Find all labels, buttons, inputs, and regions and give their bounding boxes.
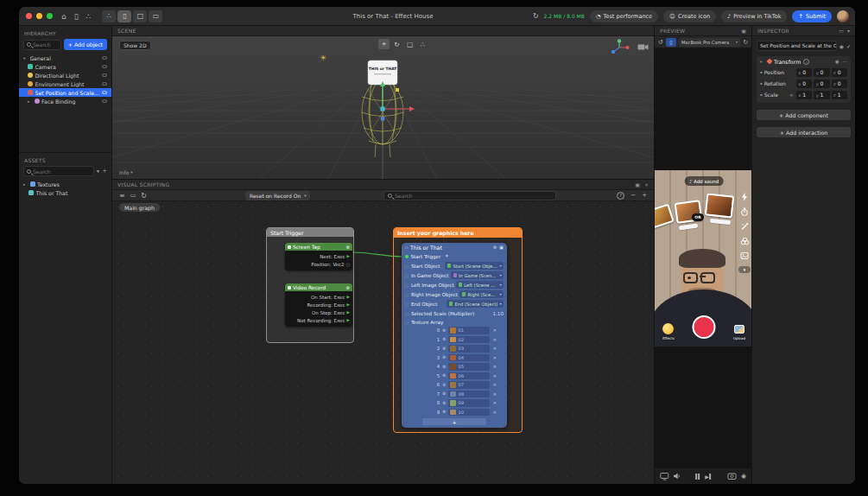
visibility-eye-icon[interactable] <box>102 82 107 86</box>
port-recording[interactable]: Recording: Exec ▶ <box>285 301 352 308</box>
visibility-eye-icon[interactable] <box>102 65 107 68</box>
zoom-window-button[interactable] <box>47 13 53 19</box>
hierarchy-item-set-position[interactable]: Set Position and Scale at the Obj... <box>19 88 111 97</box>
gear-icon[interactable]: ⚙ <box>442 347 446 351</box>
port-on-start[interactable]: On Start: Exec ▶ <box>285 293 352 301</box>
gear-icon[interactable]: ⚙ <box>442 383 446 387</box>
enabled-checkbox[interactable]: ✓ <box>846 43 851 49</box>
texture-array-item[interactable]: 5 ⚙ 06 × <box>402 372 507 381</box>
gear-icon[interactable]: ⚙ <box>442 373 446 378</box>
remove-texture-button[interactable]: × <box>492 364 497 369</box>
chevron-down-icon[interactable]: ▾ <box>760 60 764 64</box>
screen-mirror-icon[interactable] <box>660 472 669 480</box>
popout-icon[interactable]: ▣ <box>635 181 640 188</box>
collapse-icon[interactable]: ▾ <box>847 28 850 34</box>
dock-icon[interactable]: ▭ <box>839 28 844 34</box>
position-x-field[interactable]: x0 <box>796 68 812 77</box>
add-asset-button[interactable]: + <box>102 168 107 175</box>
port-position-vec2[interactable]: Position: Vec2 ○ <box>285 260 352 268</box>
visibility-toggle-icon[interactable]: ◉ <box>839 43 844 49</box>
texture-array-item[interactable]: 4 ⚙ 05 × <box>402 362 507 372</box>
texture-array-item[interactable]: 6 ⚙ 07 × <box>402 380 507 390</box>
gear-icon[interactable]: ⚙ <box>346 245 350 250</box>
close-window-button[interactable] <box>26 13 32 19</box>
layout-resize-button[interactable]: □ <box>133 10 147 22</box>
object-name-field[interactable]: Set Position and Scale at the Objects L.… <box>757 41 837 51</box>
field-in-game-object[interactable]: ○ In Game Object In Game (Scene Object) … <box>402 270 507 280</box>
add-interaction-button[interactable]: + Add interaction <box>757 127 851 137</box>
exec-input-port[interactable] <box>405 255 409 258</box>
submit-button[interactable]: ↑ Submit <box>792 10 832 22</box>
screenshot-icon[interactable] <box>727 472 737 480</box>
popout-icon[interactable]: ▣ <box>741 28 746 34</box>
port-on-stop[interactable]: On Stop: Exec ▶ <box>285 308 352 316</box>
camera-source-dropdown[interactable]: MacBook Pro Camera ▾ <box>679 38 740 47</box>
texture-field[interactable]: 09 <box>448 399 490 407</box>
gear-icon[interactable]: ⚙ <box>442 410 446 414</box>
scale-multiplier-value[interactable]: 1.10 <box>493 311 504 316</box>
home-icon[interactable]: ⌂ <box>61 12 67 21</box>
create-icon-button[interactable]: ☺ Create icon <box>663 10 716 22</box>
gear-icon[interactable]: ⚙ <box>493 245 497 250</box>
visibility-eye-icon[interactable] <box>102 91 107 94</box>
rotation-y-field[interactable]: y0 <box>814 79 829 88</box>
record-video-icon[interactable]: ◉ <box>741 473 746 480</box>
reset-preview-icon[interactable]: ↺ <box>658 39 663 46</box>
texture-field[interactable]: 10 <box>448 409 490 417</box>
chevron-right-icon[interactable]: ▸ <box>28 99 32 104</box>
scene-object-dropdown[interactable]: End (Scene Object) ▾ <box>447 300 504 308</box>
section-menu-icon[interactable]: ⋯ <box>843 59 848 64</box>
gear-icon[interactable]: ⚙ <box>442 328 446 333</box>
orientation-axis-gizmo[interactable] <box>609 38 631 55</box>
filter-icon[interactable]: ▼ <box>97 169 99 174</box>
remove-texture-button[interactable]: × <box>492 400 497 405</box>
port-not-recording[interactable]: Not Recording: Exec ▶ <box>285 316 352 324</box>
step-forward-button[interactable]: ▶ <box>705 474 711 480</box>
texture-array-row[interactable]: ○ Texture Array <box>402 318 507 326</box>
viewport-camera-icon[interactable] <box>637 43 649 51</box>
keyframe-dot-icon[interactable]: ▪ <box>760 81 763 86</box>
scale-z-field[interactable]: z1 <box>832 91 847 99</box>
rotate-tool-button[interactable]: ↻ <box>391 39 402 49</box>
speaker-icon[interactable] <box>673 472 681 480</box>
remove-texture-button[interactable]: × <box>492 355 497 360</box>
flash-icon[interactable] <box>740 193 749 201</box>
rotation-x-field[interactable]: x0 <box>796 79 812 88</box>
rotation-z-field[interactable]: z0 <box>832 79 847 88</box>
collapse-tools-button[interactable]: ▾ <box>738 266 751 273</box>
visual-scripting-toggle-button[interactable]: ∴ <box>102 10 116 22</box>
preview-in-tiktok-button[interactable]: ♪ Preview in TikTok <box>721 10 787 22</box>
field-start-object[interactable]: ○ Start Object Start (Scene Object) ▾ <box>402 261 507 270</box>
hierarchy-item-face-binding[interactable]: ▸ Face Binding <box>19 97 111 105</box>
video-record-node[interactable]: Video Record ⚙ On Start: Exec ▶ Recordin… <box>285 283 352 327</box>
gear-icon[interactable]: ⚙ <box>442 355 446 359</box>
texture-field[interactable]: 01 <box>448 327 490 334</box>
texture-field[interactable]: 05 <box>448 363 490 371</box>
field-end-object[interactable]: ○ End Object End (Scene Object) ▾ <box>402 299 507 308</box>
texture-array-item[interactable]: 9 ⚙ 10 × <box>402 408 507 417</box>
gear-icon[interactable]: ⚙ <box>442 337 446 341</box>
assets-search-input[interactable] <box>23 166 94 176</box>
this-or-that-node[interactable]: ∴ This or That ⚙ ▣ Start Trigger * ○ Sta… <box>402 243 507 428</box>
scale-x-field[interactable]: x1 <box>796 91 812 99</box>
refresh-preview-icon[interactable]: ↻ <box>743 39 748 46</box>
help-icon[interactable]: ? <box>617 192 624 200</box>
add-sound-button[interactable]: ♪ Add sound <box>685 176 724 186</box>
tab-main-graph[interactable]: Main graph <box>119 203 160 212</box>
asset-item-this-or-that[interactable]: This or That <box>19 188 111 197</box>
chevron-right-icon[interactable]: ▸ <box>23 182 28 187</box>
gear-icon[interactable]: ⚙ <box>442 365 446 369</box>
remove-texture-button[interactable]: × <box>492 391 497 397</box>
device-preview-toggle-button[interactable]: ▯ <box>117 10 131 22</box>
gizmo-tool-button[interactable]: ∴ <box>417 39 428 49</box>
visibility-eye-icon[interactable] <box>102 73 107 77</box>
scene-viewport[interactable]: THIS or THAT ☀ Show 2D ⌖ ↻ □ ∴ <box>112 36 654 179</box>
close-icon[interactable]: × <box>644 181 649 188</box>
exec-input-row[interactable]: Start Trigger * <box>402 251 507 261</box>
remove-texture-button[interactable]: × <box>492 373 497 378</box>
device-icon[interactable]: ▯ <box>74 12 79 21</box>
scene-object-dropdown[interactable]: Left (Scene Object) ▾ <box>456 281 504 289</box>
effects-button[interactable] <box>662 323 674 334</box>
scene-object-dropdown[interactable]: Right (Scene Object) ▾ <box>459 290 504 298</box>
asset-item-textures[interactable]: ▸ Textures <box>19 180 111 188</box>
